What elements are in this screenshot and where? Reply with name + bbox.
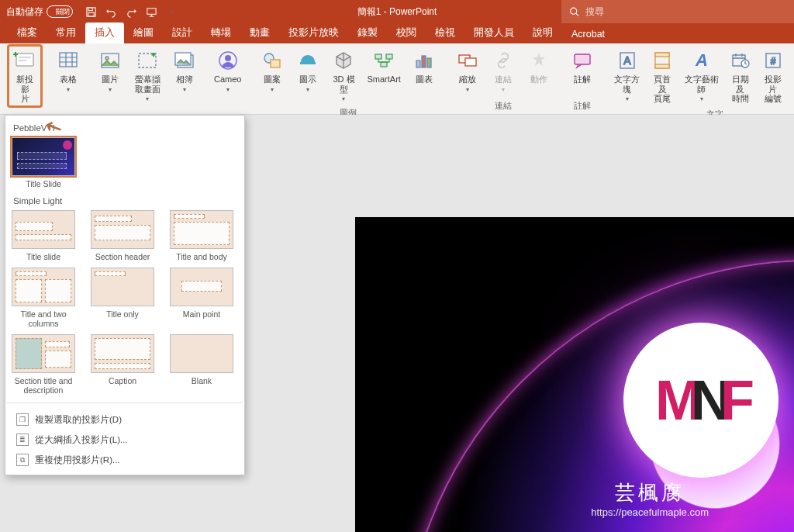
layout-title-slide[interactable]: Title slide <box>12 210 75 261</box>
search-box[interactable] <box>561 0 794 23</box>
tab-developer[interactable]: 開發人員 <box>464 22 523 43</box>
layout-title-body[interactable]: Title and body <box>170 210 233 261</box>
table-button[interactable]: 表格▾ <box>51 45 85 96</box>
menu-outline-slides[interactable]: ≣從大綱插入投影片(L)... <box>12 430 238 450</box>
tab-transitions[interactable]: 轉場 <box>202 22 240 43</box>
redo-icon[interactable] <box>124 5 138 19</box>
album-icon <box>172 48 197 73</box>
svg-rect-31 <box>655 53 669 57</box>
present-icon[interactable] <box>144 5 158 19</box>
slide-canvas[interactable]: MNF 芸楓腐 https://peacefulmaple.com <box>355 217 794 532</box>
svg-rect-3 <box>147 8 155 14</box>
wordart-button[interactable]: A文字藝術師▾ <box>679 45 723 105</box>
new-slide-label: 新投影 片 <box>12 74 37 104</box>
icons-button[interactable]: 圖示▾ <box>291 45 325 96</box>
link-icon <box>491 48 516 73</box>
svg-rect-32 <box>655 64 669 68</box>
screenshot-button[interactable]: 螢幕擷取畫面▾ <box>127 45 167 105</box>
smartart-button[interactable]: SmartArt <box>362 45 405 88</box>
action-icon <box>526 48 551 73</box>
textbox-button[interactable]: A文字方塊▾ <box>609 45 646 105</box>
save-icon[interactable] <box>84 5 98 19</box>
tab-record[interactable]: 錄製 <box>348 22 387 43</box>
headerfooter-icon <box>650 48 675 73</box>
tab-review[interactable]: 校閱 <box>387 22 426 43</box>
outline-icon: ≣ <box>16 434 29 446</box>
tab-acrobat[interactable]: Acrobat <box>562 25 614 43</box>
group-comments: 註解 <box>565 98 599 114</box>
zoom-button[interactable]: 縮放▾ <box>451 45 485 96</box>
album-button[interactable]: 相簿▾ <box>169 45 200 96</box>
slidenum-button[interactable]: #投影片 編號 <box>758 45 789 107</box>
layout-main-point[interactable]: Main point <box>170 268 233 328</box>
shapes-icon <box>260 48 285 73</box>
cameo-icon <box>216 48 240 73</box>
textbox-icon: A <box>615 48 640 73</box>
svg-point-10 <box>105 57 109 60</box>
svg-point-15 <box>225 55 231 61</box>
autosave-toggle[interactable]: 自動儲存 關閉 <box>6 5 73 19</box>
search-input[interactable] <box>585 6 786 17</box>
svg-rect-20 <box>386 54 392 59</box>
comment-icon <box>570 48 595 73</box>
chart-button[interactable]: 圖表 <box>407 45 441 88</box>
svg-rect-26 <box>465 58 476 66</box>
svg-rect-2 <box>88 12 94 16</box>
tab-draw[interactable]: 繪圖 <box>124 22 163 43</box>
new-slide-dropdown: PebbleVTI Title Slide Simple Light Title… <box>5 115 245 475</box>
svg-text:A: A <box>623 54 631 67</box>
pictures-button[interactable]: 圖片▾ <box>95 45 126 96</box>
link-button: 連結▾ <box>486 45 520 96</box>
object-button[interactable]: 物件 <box>790 45 794 88</box>
model3d-icon <box>331 48 356 73</box>
quick-access-toolbar: ▾ <box>84 5 178 19</box>
svg-rect-22 <box>416 60 420 67</box>
wordart-icon: A <box>689 48 714 73</box>
headerfooter-button[interactable]: 頁首及 頁尾 <box>647 45 678 107</box>
new-slide-button[interactable]: 新投影 片 <box>8 45 42 107</box>
svg-rect-23 <box>422 56 426 67</box>
slide-logo: MNF <box>655 368 747 432</box>
tab-help[interactable]: 說明 <box>523 22 562 43</box>
comment-button[interactable]: 註解 <box>565 45 599 88</box>
layout-section-header[interactable]: Section header <box>91 210 154 261</box>
tab-file[interactable]: 檔案 <box>8 22 47 43</box>
ribbon-tabs: 檔案 常用 插入 繪圖 設計 轉場 動畫 投影片放映 錄製 校閱 檢視 開發人員… <box>0 23 794 43</box>
zoom-icon <box>455 48 480 73</box>
tab-animations[interactable]: 動畫 <box>240 22 279 43</box>
duplicate-icon: ❐ <box>16 413 29 426</box>
shapes-button[interactable]: 圖案▾ <box>255 45 289 96</box>
tab-insert[interactable]: 插入 <box>85 22 124 43</box>
qat-more-icon[interactable]: ▾ <box>164 5 178 19</box>
table-icon <box>56 48 81 73</box>
svg-text:#: # <box>771 56 776 67</box>
layout-blank[interactable]: Blank <box>170 334 233 395</box>
layout-section-desc[interactable]: Section title and description <box>12 334 75 395</box>
menu-reuse-slides[interactable]: ⧉重複使用投影片(R)... <box>12 450 238 470</box>
layout-title-only[interactable]: Title only <box>91 268 154 328</box>
svg-rect-1 <box>88 7 92 10</box>
tab-view[interactable]: 檢視 <box>426 22 464 43</box>
title-bar: 自動儲存 關閉 ▾ 簡報1 - PowerPoint <box>0 0 794 23</box>
tab-slideshow[interactable]: 投影片放映 <box>279 22 348 43</box>
pictures-icon <box>98 48 123 73</box>
search-icon <box>569 6 579 17</box>
layout-caption[interactable]: Caption <box>91 334 154 395</box>
tab-design[interactable]: 設計 <box>163 22 202 43</box>
svg-rect-7 <box>19 60 26 61</box>
svg-point-4 <box>571 8 577 14</box>
slide-logo-circle: MNF <box>623 323 778 478</box>
svg-rect-27 <box>575 54 590 64</box>
datetime-button[interactable]: 日期及 時間 <box>725 45 756 107</box>
model3d-button[interactable]: 3D 模 型▾ <box>326 45 361 105</box>
layout-two-columns[interactable]: Title and two columns <box>12 268 75 328</box>
menu-duplicate-slides[interactable]: ❐複製選取的投影片(D) <box>12 409 238 430</box>
watermark: 芸楓腐 https://peacefulmaple.com <box>591 479 709 518</box>
action-button: 動作 <box>522 45 556 88</box>
svg-rect-17 <box>271 60 280 67</box>
undo-icon[interactable] <box>104 5 118 19</box>
cameo-button[interactable]: Cameo▾ <box>209 45 246 96</box>
layout-title-slide-dark[interactable]: Title Slide <box>12 137 75 188</box>
svg-rect-18 <box>300 62 316 64</box>
tab-home[interactable]: 常用 <box>47 22 85 43</box>
